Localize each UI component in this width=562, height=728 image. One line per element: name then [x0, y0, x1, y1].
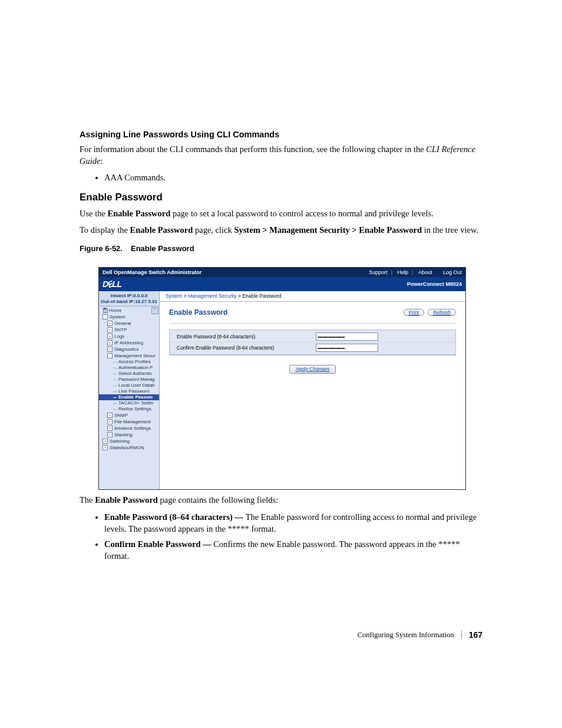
tree-diagnostics[interactable]: +Diagnostics [99, 346, 159, 353]
tree-snmp[interactable]: +SNMP [99, 412, 159, 419]
expand-icon[interactable]: + [107, 340, 113, 345]
tree-line-password[interactable]: Line Password [99, 388, 159, 394]
crumb-current: Enable Password [242, 293, 281, 299]
home-icon [103, 309, 107, 312]
expand-icon[interactable]: + [107, 419, 113, 424]
ip-info: Inband IP:0.0.0.0 Out-of-band IP:10.27.5… [99, 291, 159, 307]
bullet-list: Enable Password (8–64 characters) — The … [80, 511, 482, 562]
bullet-list: AAA Commands. [80, 172, 482, 183]
tree-home[interactable]: Home [99, 308, 159, 314]
form-row: Confirm Enable Password (8-64 characters… [170, 342, 455, 353]
bullet-item: Enable Password (8–64 characters) — The … [104, 511, 482, 535]
print-button[interactable]: Print [404, 309, 424, 317]
footer-section: Configuring System Information [358, 631, 454, 640]
tree-password-mgmt[interactable]: Password Manag [99, 377, 159, 383]
tree-advance-settings[interactable]: +Advance Settings [99, 425, 159, 431]
tree-select-auth[interactable]: Select Authentic [99, 371, 159, 377]
tree-auth-profiles[interactable]: Authentication P [99, 365, 159, 371]
text-bold: Enable Password [95, 495, 158, 505]
figure-caption: Figure 6-52.Enable Password [80, 244, 482, 253]
banner: DELL PowerConnect M8024 [99, 277, 465, 291]
main-pane: System > Management Security > Enable Pa… [160, 291, 465, 489]
paragraph: To display the Enable Password page, cli… [80, 225, 482, 236]
figure-number: Figure 6-52. [80, 244, 123, 253]
expand-icon[interactable]: + [103, 445, 108, 450]
crumb-mgmt-security[interactable]: Management Security [188, 293, 237, 299]
tree-radius[interactable]: Radius Settings [99, 406, 159, 412]
nav-tree: ˄ Home -System +General +SNTP +Logs +IP … [99, 307, 159, 489]
tree-logs[interactable]: +Logs [99, 333, 159, 340]
sidebar: Inband IP:0.0.0.0 Out-of-band IP:10.27.5… [99, 291, 160, 489]
tree-general[interactable]: +General [99, 320, 159, 327]
text: in the tree view. [422, 225, 478, 235]
figure-title: Enable Password [131, 244, 194, 253]
window-titlebar: Dell OpenManage Switch Administrator Sup… [99, 268, 465, 277]
collapse-icon[interactable]: - [103, 314, 108, 319]
refresh-button[interactable]: Refresh [428, 309, 456, 317]
window-title: Dell OpenManage Switch Administrator [103, 270, 363, 275]
page-footer: Configuring System Information 167 [358, 630, 482, 640]
input-enable-password[interactable] [316, 332, 378, 341]
bullet-item: Confirm Enable Password — Confirms the n… [104, 538, 482, 562]
subheading-assigning: Assigning Line Passwords Using CLI Comma… [80, 130, 482, 139]
model-label: PowerConnect M8024 [407, 282, 462, 287]
link-support[interactable]: Support [369, 269, 388, 275]
text: For information about the CLI commands t… [80, 144, 426, 154]
text: page contains the following fields: [158, 495, 278, 505]
tree-ipaddressing[interactable]: +IP Addressing [99, 340, 159, 346]
tree-stacking[interactable]: +Stacking [99, 431, 159, 438]
expand-icon[interactable]: + [107, 321, 113, 326]
collapse-icon[interactable]: - [107, 353, 113, 358]
tree-enable-password[interactable]: Enable Passwo [99, 394, 159, 400]
paragraph: For information about the CLI commands t… [80, 144, 482, 167]
label-enable-password: Enable Password (8-64 characters) [177, 334, 316, 340]
tree-mgmt-security[interactable]: -Management Secur [99, 353, 159, 359]
text-bold: Enable Password [130, 225, 193, 235]
text: page, click [193, 225, 234, 235]
crumb-system[interactable]: System [166, 293, 182, 299]
divider [461, 631, 462, 639]
tree-system[interactable]: -System [99, 314, 159, 320]
page-number: 167 [469, 630, 482, 640]
dell-logo: DELL [103, 280, 122, 288]
scroll-up-icon[interactable]: ˄ [151, 307, 158, 314]
link-logout[interactable]: Log Out [443, 269, 462, 275]
text-bold: System > Management Security > Enable Pa… [234, 225, 422, 235]
tree-tacacs[interactable]: TACACS+ Settin [99, 400, 159, 406]
expand-icon[interactable]: + [103, 439, 108, 444]
paragraph: The Enable Password page contains the fo… [80, 495, 482, 506]
text: : [100, 156, 103, 166]
paragraph: Use the Enable Password page to set a lo… [80, 208, 482, 220]
form: Enable Password (8-64 characters) Confir… [169, 330, 456, 355]
inband-ip: Inband IP:0.0.0.0 [100, 293, 158, 299]
input-confirm-password[interactable] [316, 344, 378, 352]
tree-statistics[interactable]: +Statistics/RMON [99, 444, 159, 451]
expand-icon[interactable]: + [107, 432, 113, 437]
link-help[interactable]: Help [398, 269, 409, 275]
apply-changes-button[interactable]: Apply Changes [289, 365, 336, 374]
text-bold: Enable Password [108, 209, 171, 218]
text: Use the [80, 209, 108, 218]
expand-icon[interactable]: + [107, 347, 113, 352]
breadcrumb: System > Management Security > Enable Pa… [160, 291, 465, 302]
tree-local-user[interactable]: Local User Datab [99, 383, 159, 388]
tree-sntp[interactable]: +SNTP [99, 327, 159, 333]
expand-icon[interactable]: + [107, 426, 113, 431]
tree-file-mgmt[interactable]: +File Management [99, 419, 159, 425]
tree-access-profiles[interactable]: Access Profiles [99, 359, 159, 365]
label-confirm-password: Confirm Enable Password (8-64 characters… [177, 345, 316, 351]
text: The [80, 495, 95, 505]
text-bold: Enable Password (8–64 characters) — [104, 512, 246, 522]
screenshot-enable-password: Dell OpenManage Switch Administrator Sup… [98, 267, 466, 490]
text: To display the [80, 225, 130, 235]
expand-icon[interactable]: + [107, 334, 113, 339]
heading-enable-password: Enable Password [80, 192, 482, 203]
bullet-item: AAA Commands. [104, 172, 482, 183]
expand-icon[interactable]: + [107, 413, 113, 418]
tree-switching[interactable]: +Switching [99, 438, 159, 444]
text-bold: Confirm Enable Password — [104, 539, 213, 549]
expand-icon[interactable]: + [107, 327, 113, 332]
page-title: Enable Password [169, 309, 400, 316]
link-about[interactable]: About [418, 269, 432, 275]
form-row: Enable Password (8-64 characters) [170, 331, 455, 342]
